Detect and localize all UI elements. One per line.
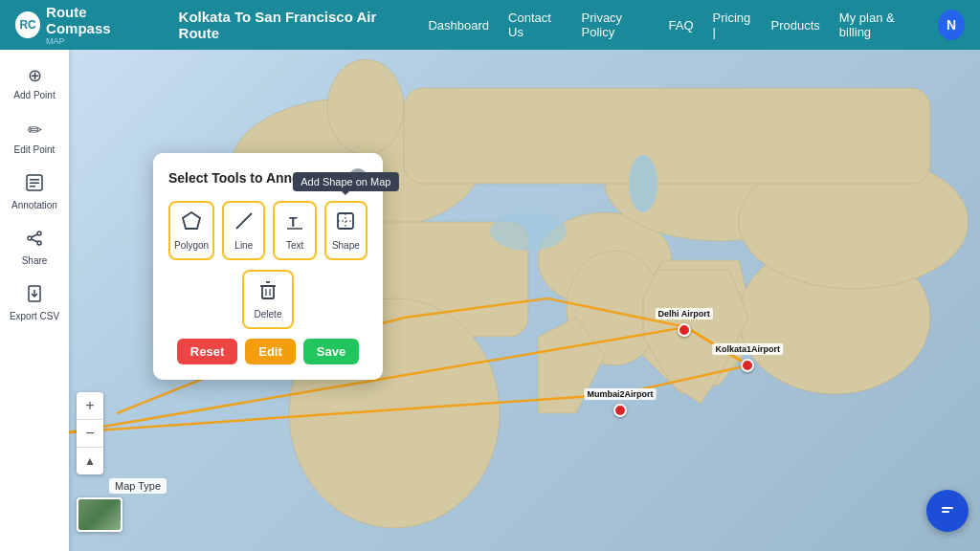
svg-text:T: T [289,214,298,230]
mumbai-airport-dot [613,404,627,417]
svg-marker-26 [183,212,200,229]
map-type-thumbnail[interactable] [77,497,122,532]
delete-row: Delete [168,270,368,329]
sidebar-item-add-point[interactable]: ⊕ Add Point [0,57,69,108]
sidebar-item-annotation[interactable]: Annotation [0,166,69,218]
logo-sub: MAP [46,36,147,46]
tool-delete[interactable]: Delete [242,270,294,329]
polygon-label: Polygon [174,240,209,251]
svg-rect-2 [30,183,39,185]
export-csv-icon [26,285,43,307]
shape-tooltip: Add Shape on Map [293,172,398,191]
tool-line[interactable]: Line [222,201,265,260]
tool-grid: Polygon Line T Text [168,201,368,260]
shape-label: Shape [332,240,360,251]
sidebar-label-share: Share [22,255,48,266]
reset-button[interactable]: Reset [177,339,237,364]
annotation-icon [26,174,43,196]
edit-point-icon: ✏ [28,120,42,141]
sidebar-item-share[interactable]: Share [0,222,69,274]
map-type-label: Map Type [109,478,167,494]
sidebar-item-export-csv[interactable]: Export CSV [0,277,69,329]
sidebar: ⊕ Add Point ✏ Edit Point Annotation Shar… [0,50,69,551]
svg-line-8 [32,239,37,242]
mumbai-airport-marker: Mumbai2Airport [613,404,627,417]
kolkata-airport-marker: Kolkata1Airport [741,359,754,372]
svg-rect-33 [262,286,274,298]
logo-icon: RC [15,11,40,38]
shape-icon [335,210,356,236]
nav-contact[interactable]: Contact Us [508,11,562,39]
kolkata-airport-dot [741,359,754,372]
annotation-popup: Select Tools to Annotate ✕ Polygon Line [153,153,383,380]
nav-dashboard[interactable]: Dashboard [428,18,489,33]
user-avatar[interactable]: N [938,10,965,40]
svg-point-4 [37,231,41,235]
svg-rect-3 [30,186,35,187]
text-tool-icon: T [284,210,305,236]
nav-products[interactable]: Products [771,18,820,33]
sidebar-item-edit-point[interactable]: ✏ Edit Point [0,112,69,163]
main-content: ⊕ Add Point ✏ Edit Point Annotation Shar… [0,50,980,551]
line-icon [234,210,255,236]
svg-point-5 [37,241,41,245]
tool-shape[interactable]: Add Shape on Map Shape [324,201,368,260]
chat-button[interactable] [926,490,969,532]
zoom-out-button[interactable]: − [77,420,103,447]
mumbai-airport-label: Mumbai2Airport [584,388,656,400]
save-button[interactable]: Save [303,339,359,364]
route-title: Kolkata To San Francisco Air Route [179,9,406,41]
nav-faq[interactable]: FAQ [669,18,694,33]
nav-privacy[interactable]: Privacy Policy [582,11,650,39]
share-icon [26,230,43,252]
kolkata-airport-label: Kolkata1Airport [712,343,783,355]
polygon-icon [181,210,202,236]
reset-north-button[interactable]: ▲ [77,448,103,474]
nav-links: Dashboard Contact Us Privacy Policy FAQ … [428,10,965,40]
delete-label: Delete [255,309,282,320]
svg-point-6 [28,236,32,240]
delete-icon [257,279,278,305]
nav-billing[interactable]: My plan & billing [839,11,919,39]
sidebar-label-edit-point: Edit Point [14,144,56,155]
delhi-airport-marker: Delhi Airport [678,323,691,337]
svg-line-7 [32,234,37,237]
sidebar-label-export-csv: Export CSV [10,311,59,321]
text-label: Text [286,240,303,251]
tool-text[interactable]: T Text [273,201,316,260]
map-zoom-controls: + − ▲ [77,392,103,474]
add-point-icon: ⊕ [28,65,42,86]
zoom-in-button[interactable]: + [77,392,103,419]
header: RC Route Compass MAP Kolkata To San Fran… [0,0,980,50]
nav-pricing[interactable]: Pricing | [713,11,752,39]
logo-main: Route Compass [46,4,147,36]
action-buttons: Reset Edit Save [168,339,368,364]
sidebar-label-add-point: Add Point [13,90,55,100]
delhi-airport-label: Delhi Airport [656,308,713,320]
svg-rect-1 [30,179,39,181]
svg-line-27 [236,213,252,229]
line-label: Line [234,240,253,251]
tool-polygon[interactable]: Polygon [168,201,214,260]
sidebar-label-annotation: Annotation [11,200,57,210]
logo-area: RC Route Compass MAP [15,4,148,46]
logo-text: Route Compass MAP [46,4,147,46]
edit-button[interactable]: Edit [245,339,296,364]
delhi-airport-dot [678,323,691,337]
map-area[interactable]: Delhi Airport Kolkata1Airport Mumbai2Air… [69,50,980,551]
